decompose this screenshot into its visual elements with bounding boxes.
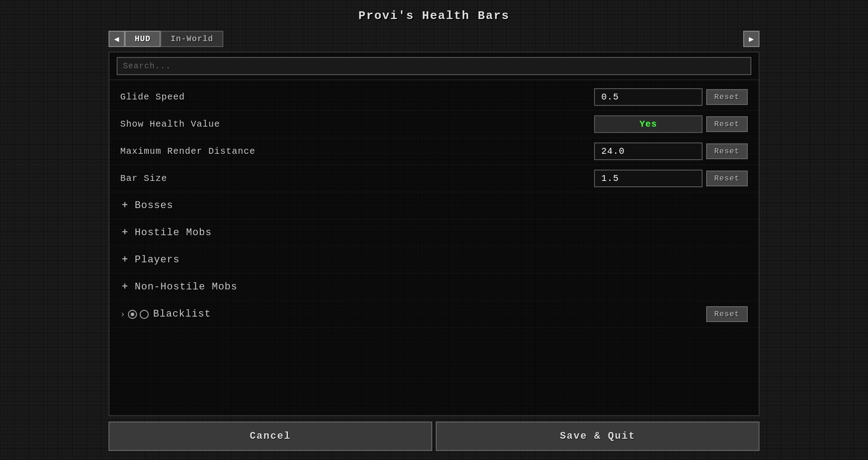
blacklist-label: Blacklist <box>153 308 211 320</box>
blacklist-filled-circle-icon <box>128 310 137 319</box>
tab-in-world[interactable]: In-World <box>160 31 223 47</box>
glide-speed-value[interactable]: 0.5 <box>594 88 703 106</box>
max-render-distance-control: 24.0 Reset <box>594 142 748 160</box>
bar-size-value[interactable]: 1.5 <box>594 170 703 187</box>
non-hostile-mobs-label: Non-Hostile Mobs <box>135 281 237 293</box>
content-panel: Glide Speed 0.5 Reset Show Health Value … <box>108 52 760 416</box>
bosses-label: Bosses <box>135 200 173 211</box>
blacklist-empty-circle-icon <box>140 310 149 319</box>
bosses-expand-icon: + <box>120 200 129 211</box>
bottom-bar: Cancel Save & Quit <box>108 422 760 460</box>
tabs-row: ◀ HUD In-World ▶ <box>108 31 760 47</box>
max-render-distance-value[interactable]: 24.0 <box>594 142 703 160</box>
show-health-value-label: Show Health Value <box>120 119 594 129</box>
nav-arrow-left[interactable]: ◀ <box>108 31 125 47</box>
section-blacklist[interactable]: › Blacklist Reset <box>109 301 759 328</box>
blacklist-reset[interactable]: Reset <box>706 306 748 322</box>
setting-row-max-render-distance: Maximum Render Distance 24.0 Reset <box>109 138 759 165</box>
glide-speed-reset[interactable]: Reset <box>706 89 748 105</box>
setting-row-show-health-value: Show Health Value Yes Reset <box>109 111 759 138</box>
hostile-mobs-label: Hostile Mobs <box>135 227 212 238</box>
tab-hud[interactable]: HUD <box>125 31 160 47</box>
search-input[interactable] <box>117 57 751 75</box>
section-bosses[interactable]: + Bosses <box>109 192 759 219</box>
glide-speed-control: 0.5 Reset <box>594 88 748 106</box>
players-expand-icon: + <box>120 254 129 266</box>
show-health-value-toggle[interactable]: Yes <box>594 115 703 133</box>
max-render-distance-label: Maximum Render Distance <box>120 146 594 156</box>
blacklist-icons: › <box>120 310 149 319</box>
page-title: Provi's Health Bars <box>359 9 509 23</box>
blacklist-chevron-icon: › <box>120 310 125 319</box>
bar-size-label: Bar Size <box>120 173 594 184</box>
circle-dot <box>131 313 134 316</box>
nav-arrow-right[interactable]: ▶ <box>743 31 760 47</box>
non-hostile-mobs-expand-icon: + <box>120 281 129 293</box>
setting-row-glide-speed: Glide Speed 0.5 Reset <box>109 84 759 111</box>
hostile-mobs-expand-icon: + <box>120 227 129 238</box>
settings-list: Glide Speed 0.5 Reset Show Health Value … <box>109 80 759 415</box>
section-hostile-mobs[interactable]: + Hostile Mobs <box>109 219 759 247</box>
section-non-hostile-mobs[interactable]: + Non-Hostile Mobs <box>109 274 759 301</box>
search-bar-wrap <box>109 52 759 80</box>
right-arrow-icon: ▶ <box>749 34 754 44</box>
max-render-distance-reset[interactable]: Reset <box>706 143 748 159</box>
setting-row-bar-size: Bar Size 1.5 Reset <box>109 165 759 192</box>
glide-speed-label: Glide Speed <box>120 92 594 102</box>
left-arrow-icon: ◀ <box>114 34 119 44</box>
show-health-value-control: Yes Reset <box>594 115 748 133</box>
section-players[interactable]: + Players <box>109 247 759 274</box>
cancel-button[interactable]: Cancel <box>108 422 432 451</box>
players-label: Players <box>135 254 179 266</box>
save-quit-button[interactable]: Save & Quit <box>436 422 760 451</box>
bar-size-control: 1.5 Reset <box>594 170 748 187</box>
bar-size-reset[interactable]: Reset <box>706 171 748 186</box>
show-health-value-reset[interactable]: Reset <box>706 116 748 132</box>
